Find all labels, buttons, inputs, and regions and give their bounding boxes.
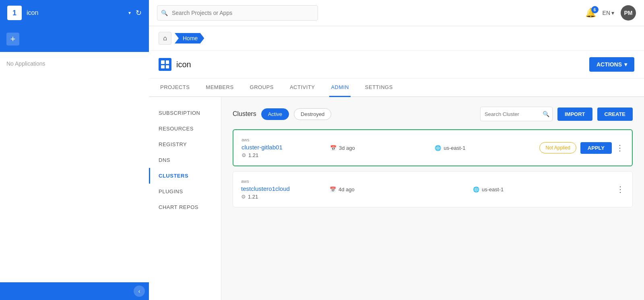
notification-badge: 6: [591, 6, 599, 13]
breadcrumb-arrow: Home: [175, 33, 204, 43]
cluster-version: ⚙ 1.21: [241, 194, 330, 200]
notifications-button[interactable]: 🔔 6: [585, 8, 596, 18]
gear-icon: ⚙: [242, 152, 246, 158]
search-wrapper: 🔍: [157, 5, 318, 21]
avatar[interactable]: PM: [621, 5, 636, 21]
calendar-icon: 📅: [330, 145, 336, 151]
cluster-date: 📅 4d ago: [330, 186, 473, 192]
lang-chevron-icon: ▾: [611, 10, 614, 16]
create-button[interactable]: CREATE: [597, 108, 633, 121]
tabs-bar: PROJECTS MEMBERS GROUPS ACTIVITY ADMIN S…: [149, 79, 644, 97]
resources-content: Clusters Active Destroyed 🔍 IMPORT CREAT…: [221, 97, 644, 300]
sidebar-top: 1 icon ▾ ↻: [0, 0, 149, 26]
admin-content: SUBSCRIPTION RESOURCES REGISTRY DNS CLUS…: [149, 97, 644, 300]
add-btn-area: +: [0, 26, 149, 52]
language-button[interactable]: EN ▾: [603, 10, 614, 16]
not-applied-button[interactable]: Not Applied: [539, 142, 576, 153]
org-icon: [159, 58, 171, 71]
collapse-sidebar-button[interactable]: ‹: [134, 286, 145, 297]
sidebar-item-chart-repos[interactable]: CHART REPOS: [149, 199, 221, 215]
cluster-actions: Not Applied APPLY ⋮: [539, 142, 624, 154]
apply-button[interactable]: APPLY: [580, 142, 612, 154]
logo-text: 1: [12, 9, 17, 17]
tab-groups[interactable]: GROUPS: [248, 79, 275, 97]
org-name-header: icon: [27, 9, 124, 17]
cluster-version-text: 1.21: [248, 194, 258, 200]
search-input[interactable]: [157, 5, 318, 21]
search-icon: 🔍: [161, 10, 168, 16]
actions-chevron-icon: ▾: [624, 61, 627, 68]
cluster-card: aws testclustero1cloud ⚙ 1.21 📅 4d ago 🌐: [233, 171, 633, 207]
breadcrumb-home-label[interactable]: Home: [175, 33, 204, 43]
tab-projects[interactable]: PROJECTS: [159, 79, 191, 97]
cluster-provider: aws: [241, 179, 330, 184]
destroyed-filter-button[interactable]: Destroyed: [294, 108, 331, 120]
calendar-icon: 📅: [330, 186, 336, 192]
cluster-date: 📅 3d ago: [330, 145, 435, 151]
globe-icon: 🌐: [473, 186, 479, 192]
breadcrumb: ⌂ Home: [149, 26, 644, 51]
cluster-version-text: 1.21: [248, 152, 258, 158]
active-filter-button[interactable]: Active: [261, 108, 289, 120]
tab-members[interactable]: MEMBERS: [204, 79, 235, 97]
no-applications-text: No Applications: [6, 60, 45, 67]
cluster-actions: ⋮: [616, 184, 624, 194]
add-button[interactable]: +: [6, 33, 19, 46]
cluster-version: ⚙ 1.21: [242, 152, 330, 158]
content-area: ⌂ Home icon ACTIONS ▾ PROJECTS: [149, 26, 644, 300]
gear-icon: ⚙: [241, 194, 246, 200]
tab-activity[interactable]: ACTIVITY: [288, 79, 317, 97]
refresh-button[interactable]: ↻: [136, 8, 142, 17]
home-icon-button[interactable]: ⌂: [159, 32, 171, 45]
cluster-date-text: 3d ago: [339, 145, 355, 151]
sidebar-item-clusters[interactable]: CLUSTERS: [149, 168, 221, 184]
cluster-name-link[interactable]: testclustero1cloud: [241, 185, 330, 192]
cluster-name-link[interactable]: cluster-gitlab01: [242, 144, 330, 151]
logo-icon: 1: [7, 6, 22, 20]
org-title: icon: [176, 60, 191, 69]
top-header: 1 icon ▾ ↻ 🔍 🔔 6 EN ▾ PM: [0, 0, 644, 26]
more-options-button[interactable]: ⋮: [616, 184, 624, 194]
header-right: 🔔 6 EN ▾ PM: [585, 5, 644, 21]
sub-sidebar: SUBSCRIPTION RESOURCES REGISTRY DNS CLUS…: [149, 97, 221, 300]
actions-button[interactable]: ACTIONS ▾: [589, 57, 634, 72]
org-left: icon: [159, 58, 191, 71]
search-cluster-icon: 🔍: [543, 111, 549, 117]
org-header: icon ACTIONS ▾: [149, 51, 644, 79]
clusters-label: Clusters: [233, 110, 256, 118]
globe-icon: 🌐: [435, 145, 441, 151]
search-cluster-input[interactable]: [480, 107, 553, 121]
sidebar-item-subscription[interactable]: SUBSCRIPTION: [149, 105, 221, 121]
app-panel: No Applications: [0, 52, 149, 282]
cluster-region-text: us-east-1: [444, 145, 465, 151]
cluster-provider: aws: [242, 137, 330, 142]
cluster-info: aws testclustero1cloud ⚙ 1.21: [241, 179, 330, 200]
cluster-region-text: us-east-1: [482, 186, 504, 192]
cluster-region: 🌐 us-east-1: [435, 145, 539, 151]
import-button[interactable]: IMPORT: [557, 108, 592, 121]
actions-label: ACTIONS: [597, 61, 622, 68]
cluster-card: aws cluster-gitlab01 ⚙ 1.21 📅 3d ago 🌐 u: [233, 129, 633, 166]
sidebar-item-dns[interactable]: DNS: [149, 152, 221, 168]
tab-settings[interactable]: SETTINGS: [363, 79, 394, 97]
cluster-date-text: 4d ago: [339, 186, 355, 192]
sidebar-item-resources[interactable]: RESOURCES: [149, 121, 221, 137]
sidebar-item-registry[interactable]: REGISTRY: [149, 137, 221, 152]
left-sidebar: + No Applications ‹: [0, 26, 149, 300]
cluster-region: 🌐 us-east-1: [473, 186, 616, 192]
org-chevron-icon[interactable]: ▾: [128, 10, 131, 16]
cluster-info: aws cluster-gitlab01 ⚙ 1.21: [242, 137, 330, 158]
sidebar-item-plugins[interactable]: PLUGINS: [149, 184, 221, 199]
header-search-area: 🔍: [149, 5, 585, 21]
main-layout: + No Applications ‹ ⌂ Home i: [0, 26, 644, 300]
search-cluster-wrap: 🔍: [480, 107, 553, 121]
home-icon: ⌂: [163, 35, 167, 42]
more-options-button[interactable]: ⋮: [616, 143, 624, 153]
tab-admin[interactable]: ADMIN: [329, 79, 350, 97]
lang-label: EN: [603, 10, 610, 16]
avatar-initials: PM: [624, 10, 633, 16]
clusters-header: Clusters Active Destroyed 🔍 IMPORT CREAT…: [233, 107, 633, 121]
